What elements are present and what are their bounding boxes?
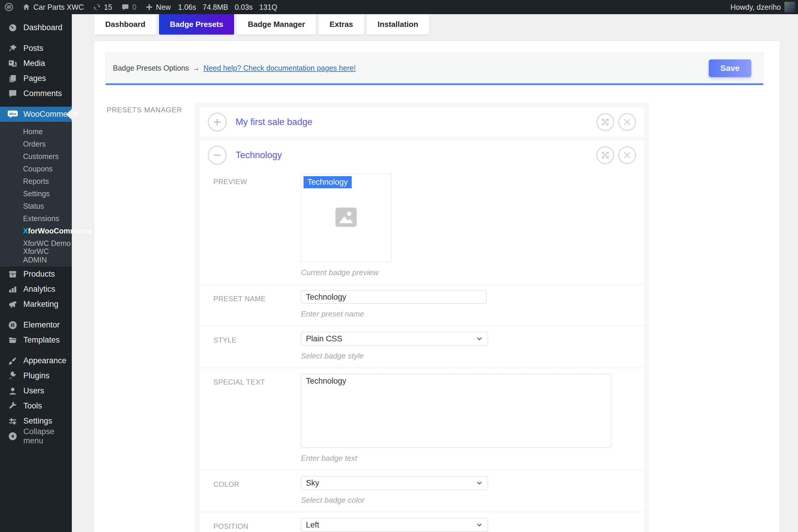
documentation-link[interactable]: Need help? Check documentation pages her… <box>203 64 356 72</box>
preset-title[interactable]: My first sale badge <box>235 117 312 127</box>
style-select[interactable]: Plain CSS <box>301 332 488 345</box>
new-label: New <box>156 3 171 12</box>
submenu-item-xforwc-admin[interactable]: XforWC ADMIN <box>0 249 72 262</box>
preset-name-input[interactable] <box>301 290 487 304</box>
tab-label: Badge Manager <box>248 20 305 29</box>
admin-bar: W Car Parts XWC 15 0 New 1.06s 74.8MB 0.… <box>0 0 798 14</box>
submenu-item-reports[interactable]: Reports <box>0 175 72 187</box>
sidebar-item-posts[interactable]: Posts <box>0 41 72 56</box>
sidebar-item-label: Comments <box>23 89 62 98</box>
form-row-position: POSITION Left <box>200 512 644 532</box>
preset-row-header: My first sale badge <box>200 107 644 137</box>
sidebar-item-users[interactable]: Users <box>0 383 72 398</box>
sidebar-item-elementor[interactable]: Elementor <box>0 318 72 332</box>
move-preset-button[interactable] <box>596 113 614 131</box>
sidebar-item-templates[interactable]: Templates <box>0 332 72 347</box>
position-field-wrap: Left <box>301 518 488 532</box>
plugin-tabs: Dashboard Badge Presets Badge Manager Ex… <box>72 14 798 35</box>
submenu-item-settings[interactable]: Settings <box>0 187 72 200</box>
preset-row-actions <box>596 113 636 131</box>
sidebar-item-media[interactable]: Media <box>0 56 72 71</box>
sidebar-item-pages[interactable]: Pages <box>0 71 72 86</box>
collapse-menu-button[interactable]: Collapse menu <box>0 429 72 444</box>
elementor-icon <box>7 320 18 330</box>
sidebar-item-appearance[interactable]: Appearance <box>0 353 72 368</box>
submenu-item-coupons[interactable]: Coupons <box>0 163 72 175</box>
special-text-textarea[interactable]: Technology <box>301 374 611 448</box>
move-preset-button[interactable] <box>596 146 614 164</box>
preset-title[interactable]: Technology <box>235 150 282 160</box>
dashboard-gauge-icon <box>7 23 18 33</box>
expand-preset-button[interactable] <box>208 113 227 132</box>
submenu-item-home[interactable]: Home <box>0 125 72 138</box>
sidebar-item-label: Products <box>23 269 55 279</box>
submenu-label: XforWC Demo <box>23 239 71 248</box>
sidebar-item-tools[interactable]: Tools <box>0 398 72 414</box>
wordpress-logo-icon: W <box>4 3 13 12</box>
sidebar-item-settings[interactable]: Settings <box>0 414 72 429</box>
submenu-item-customers[interactable]: Customers <box>0 150 72 163</box>
site-name: Car Parts XWC <box>33 3 84 12</box>
sidebar-item-woocommerce[interactable]: Woo WooCommerce <box>0 107 72 122</box>
expand-arrows-icon <box>600 117 610 127</box>
sidebar-item-label: Settings <box>23 416 52 425</box>
field-label: COLOR <box>213 476 301 505</box>
field-label: STYLE <box>213 332 301 361</box>
sidebar-item-analytics[interactable]: Analytics <box>0 282 72 297</box>
new-content-menu[interactable]: New <box>141 0 175 14</box>
save-button[interactable]: Save <box>709 59 751 77</box>
tab-badge-presets[interactable]: Badge Presets <box>159 14 234 35</box>
sidebar-item-products[interactable]: Products <box>0 267 72 282</box>
field-caption: Current badge preview <box>301 268 391 277</box>
settings-card: Badge Presets Options → Need help? Check… <box>94 41 780 532</box>
delete-preset-button[interactable] <box>618 146 636 164</box>
tab-installation[interactable]: Installation <box>367 14 429 35</box>
home-icon <box>22 3 31 11</box>
sidebar-item-comments[interactable]: Comments <box>0 86 72 101</box>
tab-dashboard[interactable]: Dashboard <box>94 14 156 35</box>
color-select[interactable]: Sky <box>301 476 488 490</box>
sidebar-item-label: Users <box>23 386 44 396</box>
submenu-item-orders[interactable]: Orders <box>0 138 72 150</box>
color-field-wrap: Sky Select badge color <box>301 476 488 505</box>
performance-stats: 1.06s 74.8MB 0.03s 131Q <box>175 3 281 12</box>
preset-row-collapsed: My first sale badge <box>200 107 644 137</box>
submenu-item-extensions[interactable]: Extensions <box>0 212 72 225</box>
sidebar-item-label: Templates <box>23 336 60 345</box>
submenu-item-status[interactable]: Status <box>0 200 72 212</box>
sidebar-item-plugins[interactable]: Plugins <box>0 368 72 383</box>
collapse-preset-button[interactable] <box>208 146 227 165</box>
field-caption: Enter preset name <box>301 309 487 319</box>
minus-circle-icon <box>212 150 222 160</box>
tab-label: Installation <box>378 20 418 29</box>
submenu-label: Reports <box>23 177 49 186</box>
comments-menu[interactable]: 0 <box>117 0 141 14</box>
field-label: POSITION <box>213 518 301 532</box>
badge-preview-box: Technology <box>301 173 391 262</box>
options-title: Badge Presets Options <box>113 64 189 72</box>
options-header-bar: Badge Presets Options → Need help? Check… <box>106 53 763 85</box>
updates-menu[interactable]: 15 <box>88 0 117 14</box>
plus-circle-icon <box>212 117 222 127</box>
wrench-icon <box>7 401 18 411</box>
account-menu[interactable]: Howdy, dzeriho <box>730 2 798 13</box>
submenu-label: Coupons <box>23 165 53 173</box>
tab-badge-manager[interactable]: Badge Manager <box>237 14 316 35</box>
woocommerce-logo-icon: Woo <box>7 110 18 119</box>
updates-icon <box>93 3 101 11</box>
delete-preset-button[interactable] <box>618 113 636 131</box>
tab-extras[interactable]: Extras <box>319 14 364 35</box>
position-select[interactable]: Left <box>301 518 488 532</box>
x-accent-letter: X <box>23 227 28 235</box>
wordpress-logo-menu[interactable]: W <box>0 0 18 14</box>
submenu-item-xforwoocommerce[interactable]: XforWooCommerce <box>0 225 72 237</box>
sidebar-item-marketing[interactable]: Marketing <box>0 297 72 312</box>
sidebar-item-label: Tools <box>23 401 42 411</box>
form-row-special-text: SPECIAL TEXT Technology Enter badge text <box>200 368 644 470</box>
style-field-wrap: Plain CSS Select badge style <box>301 332 488 361</box>
special-text-field-wrap: Technology Enter badge text <box>301 374 611 463</box>
arrow-glyph: → <box>192 64 200 72</box>
preset-row-header: Technology <box>200 140 644 170</box>
sidebar-item-dashboard[interactable]: Dashboard <box>0 20 72 35</box>
site-link[interactable]: Car Parts XWC <box>18 0 88 14</box>
